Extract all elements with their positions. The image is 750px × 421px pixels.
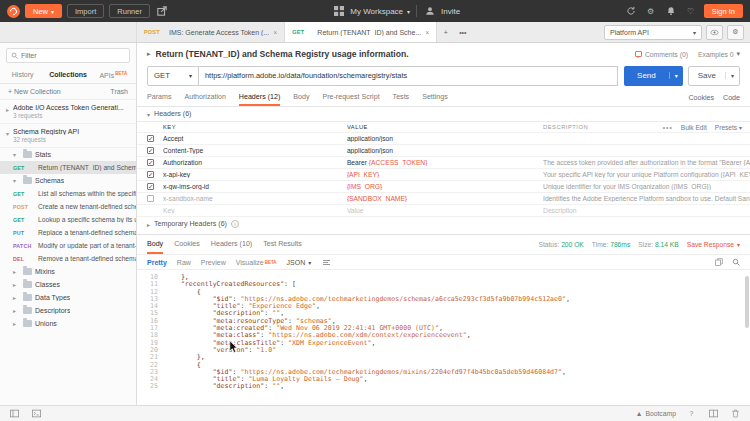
request-item-create-a-new-tenant-defined-sche[interactable]: POSTCreate a new tenant-defined sche...	[0, 200, 136, 213]
settings-gear-icon[interactable]: ⚙	[644, 4, 658, 18]
bulk-edit-link[interactable]: Bulk Edit	[681, 124, 707, 131]
response-tab-cookies[interactable]: Cookies	[174, 235, 200, 254]
header-checkbox[interactable]	[147, 183, 154, 190]
view-tab-visualize[interactable]: VisualizeBETA	[236, 259, 277, 266]
new-tab-button[interactable]: +	[437, 22, 454, 42]
header-checkbox[interactable]	[147, 159, 154, 166]
header-value[interactable]: application/json	[347, 147, 543, 154]
header-row-accept[interactable]: Acceptapplication/json	[137, 133, 750, 145]
open-tab-ims-generate-access-token[interactable]: POSTIMS: Generate Access Token (...×	[137, 22, 285, 42]
invite-button[interactable]: Invite	[423, 4, 460, 18]
request-tab-body[interactable]: Body	[293, 89, 309, 106]
caret-right-icon[interactable]: ▸	[13, 268, 20, 275]
caret-down-icon[interactable]: ▾	[147, 111, 150, 118]
save-response-button[interactable]: Save Response ▾	[687, 241, 740, 248]
url-input[interactable]	[199, 66, 618, 86]
request-item-remove-a-tenant-defined-schema[interactable]: DELRemove a tenant-defined schema ...	[0, 252, 136, 265]
request-tab-params[interactable]: Params	[147, 89, 171, 106]
caret-right-icon[interactable]: ▸	[13, 320, 20, 327]
format-selector[interactable]: JSON ▾	[287, 259, 312, 266]
header-value[interactable]: application/json	[347, 135, 543, 142]
header-row-x-sandbox-name[interactable]: x-sandbox-name{SANDBOX_NAME}Identifies t…	[137, 193, 750, 205]
new-button[interactable]: New ▾	[25, 4, 62, 18]
header-key[interactable]: x-gw-ims-org-id	[163, 183, 347, 190]
request-item-lookup-a-specific-schema-by-its-u[interactable]: GETLookup a specific schema by its u...	[0, 213, 136, 226]
folder-descriptors[interactable]: ▸Descriptors	[0, 304, 136, 317]
save-options-icon[interactable]: ▾	[725, 72, 739, 79]
header-description-placeholder[interactable]: Description	[543, 207, 750, 214]
folder-data-types[interactable]: ▸Data Types	[0, 291, 136, 304]
header-value[interactable]: Bearer {ACCESS_TOKEN}	[347, 159, 543, 166]
caret-right-icon[interactable]: ▸	[6, 106, 9, 113]
scrollbar-thumb[interactable]	[745, 276, 749, 328]
help-icon[interactable]: ?	[685, 408, 698, 419]
request-tab-settings[interactable]: Settings	[422, 89, 448, 106]
collection-item-adobe-i-o-access-token-generati[interactable]: ▸Adobe I/O Access Token Generati...3 req…	[0, 100, 136, 124]
filter-input[interactable]	[21, 52, 125, 59]
sidebar-tab-history[interactable]: History	[0, 67, 45, 83]
toggle-sidebar-icon[interactable]	[8, 408, 21, 419]
folder-stats[interactable]: ▾Stats	[0, 148, 136, 161]
wrap-lines-icon[interactable]	[323, 260, 330, 265]
caret-right-icon[interactable]: ▸	[13, 307, 20, 314]
save-button[interactable]: Save ▾	[688, 66, 740, 86]
open-new-window-icon[interactable]	[155, 4, 169, 18]
close-tab-icon[interactable]: ×	[273, 29, 277, 36]
cookies-link[interactable]: Cookies	[688, 94, 714, 102]
request-item-return-tenant-id-and-schema[interactable]: GETReturn (TENANT_ID) and Schema ...	[0, 161, 136, 174]
sync-icon[interactable]	[624, 4, 638, 18]
import-button[interactable]: Import	[67, 4, 104, 18]
header-description[interactable]: Identifies the Adobe Experience Platform…	[543, 195, 750, 202]
header-key[interactable]: x-api-key	[163, 171, 347, 178]
caret-down-icon[interactable]: ▾	[6, 130, 9, 137]
folder-schemas[interactable]: ▾Schemas	[0, 174, 136, 187]
header-key[interactable]: x-sandbox-name	[163, 195, 347, 202]
trash-icon[interactable]	[729, 408, 742, 419]
header-row-x-gw-ims-org-id[interactable]: x-gw-ims-org-id{IMS_ORG}Unique identifie…	[137, 181, 750, 193]
caret-right-icon[interactable]: ▸	[13, 281, 20, 288]
folder-unions[interactable]: ▸Unions	[0, 317, 136, 330]
header-value[interactable]: {IMS_ORG}	[347, 183, 543, 190]
header-description[interactable]: Your specific API key for your unique Pl…	[543, 171, 750, 178]
send-options-icon[interactable]: ▾	[669, 72, 683, 79]
request-tab-tests[interactable]: Tests	[393, 89, 410, 106]
header-value-placeholder[interactable]: Value	[347, 207, 543, 214]
sidebar-tab-collections[interactable]: Collections	[45, 67, 90, 83]
workspace-selector[interactable]: My Workspace ▾	[332, 4, 410, 18]
header-key[interactable]: Accept	[163, 135, 347, 142]
presets-dropdown[interactable]: Presets ▾	[715, 124, 742, 131]
header-row-authorization[interactable]: AuthorizationBearer {ACCESS_TOKEN}The ac…	[137, 157, 750, 169]
tab-options-icon[interactable]: •••	[454, 22, 471, 42]
trash-button[interactable]: Trash	[110, 88, 128, 95]
console-icon[interactable]	[30, 408, 43, 419]
collection-item-schema-registry-api[interactable]: ▾Schema Registry API32 requests	[0, 124, 136, 148]
environment-settings-gear-icon[interactable]: ⚙	[727, 25, 744, 40]
heart-icon[interactable]: ♡	[684, 4, 698, 18]
header-description[interactable]: The access token provided after authoriz…	[543, 159, 750, 166]
caret-right-icon[interactable]: ▸	[13, 294, 20, 301]
sign-in-button[interactable]: Sign In	[704, 4, 743, 18]
caret-right-icon[interactable]: ▸	[147, 221, 150, 228]
response-tab-headers-10[interactable]: Headers (10)	[211, 235, 252, 254]
method-selector[interactable]: GET ▾	[147, 66, 199, 86]
code-link[interactable]: Code	[723, 94, 740, 102]
request-item-modify-or-update-part-of-a-tenant[interactable]: PATCHModify or update part of a tenant-.…	[0, 239, 136, 252]
send-button[interactable]: Send ▾	[624, 66, 683, 86]
sidebar-tab-apis[interactable]: APIsBETA	[91, 67, 136, 83]
folder-mixins[interactable]: ▸Mixins	[0, 265, 136, 278]
header-value[interactable]: {API_KEY}	[347, 171, 543, 178]
request-tab-pre-request-script[interactable]: Pre-request Script	[322, 89, 379, 106]
header-checkbox[interactable]	[147, 147, 154, 154]
close-tab-icon[interactable]: ×	[425, 29, 429, 36]
response-tab-body[interactable]: Body	[147, 235, 163, 254]
copy-icon[interactable]	[715, 258, 723, 267]
view-tab-preview[interactable]: Preview	[201, 259, 226, 266]
new-collection-button[interactable]: + New Collection	[8, 88, 61, 95]
header-value[interactable]: {SANDBOX_NAME}	[347, 195, 543, 202]
environment-selector[interactable]: Platform API ▾	[604, 25, 702, 40]
folder-classes[interactable]: ▸Classes	[0, 278, 136, 291]
open-tab-return-tenant-id-and-sche[interactable]: GETReturn (TENANT_ID) and Sche...×	[285, 22, 437, 42]
runner-button[interactable]: Runner	[109, 4, 150, 18]
header-key[interactable]: Authorization	[163, 159, 347, 166]
header-key[interactable]: Content-Type	[163, 147, 347, 154]
